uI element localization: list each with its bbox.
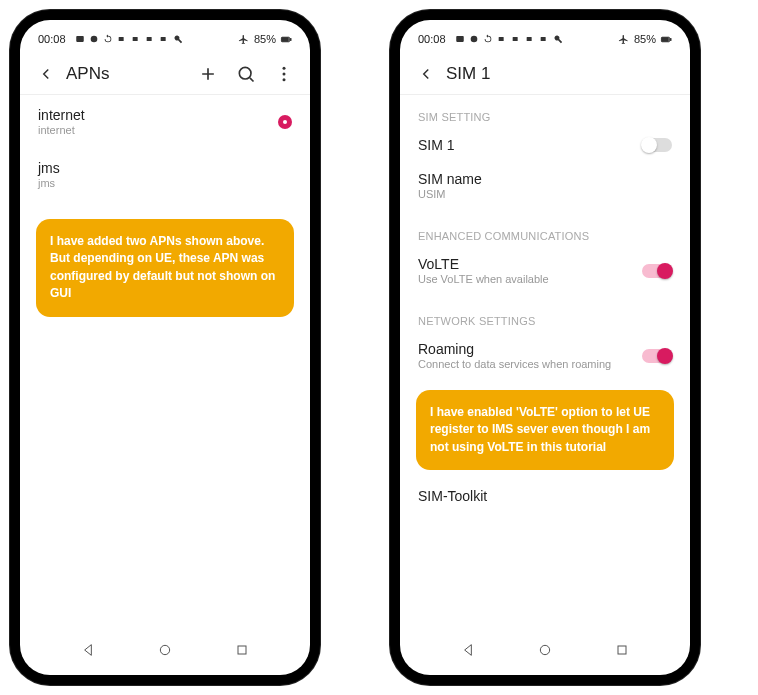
add-icon[interactable]: [198, 64, 218, 84]
svg-point-9: [239, 67, 251, 79]
svg-rect-4: [146, 37, 151, 41]
apns-content: internet internet jms jms I have added t…: [20, 95, 310, 631]
status-time: 00:08: [38, 33, 66, 45]
nav-bar: [20, 631, 310, 675]
volte-row[interactable]: VoLTE Use VoLTE when available: [400, 248, 690, 299]
status-left: 00:08: [418, 33, 564, 45]
nav-recent-icon[interactable]: [233, 641, 251, 659]
back-icon[interactable]: [36, 64, 56, 84]
svg-rect-8: [282, 37, 288, 41]
sim-toolkit-label: SIM-Toolkit: [418, 488, 487, 504]
video-icon-2: [510, 33, 522, 45]
sim1-header: SIM 1: [400, 52, 690, 95]
airplane-icon: [618, 33, 630, 45]
svg-point-11: [283, 73, 286, 76]
radio-selected-icon[interactable]: [278, 115, 292, 129]
nav-bar: [400, 631, 690, 675]
svg-point-13: [160, 645, 169, 654]
sim1-switch[interactable]: [642, 138, 672, 152]
sync-icon: [482, 33, 494, 45]
svg-rect-19: [526, 37, 531, 41]
wrench-icon: [552, 33, 564, 45]
screen-sim1: 00:08 85%: [400, 20, 690, 675]
sim-name-row[interactable]: SIM name USIM: [400, 163, 690, 214]
status-icons-left: [74, 33, 184, 45]
search-icon[interactable]: [236, 64, 256, 84]
annotation-note-right: I have enabled 'VoLTE' option to let UE …: [416, 390, 674, 470]
apn-row-internet[interactable]: internet internet: [20, 95, 310, 148]
section-network: NETWORK SETTINGS: [400, 299, 690, 333]
volte-label: VoLTE: [418, 256, 549, 272]
wrench-icon: [172, 33, 184, 45]
svg-rect-18: [512, 37, 517, 41]
battery-percent: 85%: [634, 33, 656, 45]
gear-icon: [88, 33, 100, 45]
nav-home-icon[interactable]: [536, 641, 554, 659]
battery-icon: [660, 33, 672, 45]
svg-rect-22: [670, 38, 671, 40]
svg-rect-14: [238, 646, 246, 654]
svg-point-24: [540, 645, 549, 654]
screen-apns: 00:08 85%: [20, 20, 310, 675]
svg-point-1: [90, 36, 97, 43]
nav-back-icon[interactable]: [79, 641, 97, 659]
gear-icon: [468, 33, 480, 45]
sim-name-value: USIM: [418, 188, 482, 200]
status-bar: 00:08 85%: [400, 26, 690, 52]
roaming-row[interactable]: Roaming Connect to data services when ro…: [400, 333, 690, 380]
sim1-toggle-row[interactable]: SIM 1: [400, 129, 690, 163]
roaming-switch[interactable]: [642, 349, 672, 363]
volte-sub: Use VoLTE when available: [418, 273, 549, 285]
page-title: APNs: [66, 64, 109, 84]
svg-rect-25: [618, 646, 626, 654]
page-title: SIM 1: [446, 64, 490, 84]
status-right: 85%: [618, 33, 672, 45]
sim1-content: SIM SETTING SIM 1 SIM name USIM ENHANCED…: [400, 95, 690, 631]
nav-recent-icon[interactable]: [613, 641, 631, 659]
svg-rect-17: [498, 37, 503, 41]
airplane-icon: [238, 33, 250, 45]
video-icon-4: [538, 33, 550, 45]
svg-rect-3: [132, 37, 137, 41]
nav-back-icon[interactable]: [459, 641, 477, 659]
status-bar: 00:08 85%: [20, 26, 310, 52]
status-icons-left: [454, 33, 564, 45]
apn-title: internet: [38, 107, 85, 123]
svg-rect-7: [290, 38, 291, 40]
svg-point-12: [283, 78, 286, 81]
volte-switch[interactable]: [642, 264, 672, 278]
section-sim-setting: SIM SETTING: [400, 95, 690, 129]
svg-point-16: [470, 36, 477, 43]
section-enhanced: ENHANCED COMMUNICATIONS: [400, 214, 690, 248]
battery-percent: 85%: [254, 33, 276, 45]
message-icon: [74, 33, 86, 45]
phone-left: 00:08 85%: [10, 10, 320, 685]
roaming-sub: Connect to data services when roaming: [418, 358, 611, 370]
video-icon-3: [524, 33, 536, 45]
apn-row-jms[interactable]: jms jms: [20, 148, 310, 201]
battery-icon: [280, 33, 292, 45]
svg-rect-20: [540, 37, 545, 41]
svg-point-10: [283, 67, 286, 70]
nav-home-icon[interactable]: [156, 641, 174, 659]
back-icon[interactable]: [416, 64, 436, 84]
svg-rect-23: [662, 37, 668, 41]
video-icon-3: [144, 33, 156, 45]
apn-sub: jms: [38, 177, 60, 189]
annotation-note-left: I have added two APNs shown above. But d…: [36, 219, 294, 317]
apn-sub: internet: [38, 124, 85, 136]
apns-header: APNs: [20, 52, 310, 95]
sim-toolkit-row[interactable]: SIM-Toolkit: [400, 480, 690, 514]
sync-icon: [102, 33, 114, 45]
more-icon[interactable]: [274, 64, 294, 84]
svg-rect-5: [160, 37, 165, 41]
status-left: 00:08: [38, 33, 184, 45]
video-icon-1: [496, 33, 508, 45]
sim1-label: SIM 1: [418, 137, 455, 153]
video-icon-2: [130, 33, 142, 45]
roaming-label: Roaming: [418, 341, 611, 357]
video-icon-1: [116, 33, 128, 45]
svg-rect-15: [456, 36, 464, 42]
svg-rect-2: [118, 37, 123, 41]
apn-title: jms: [38, 160, 60, 176]
